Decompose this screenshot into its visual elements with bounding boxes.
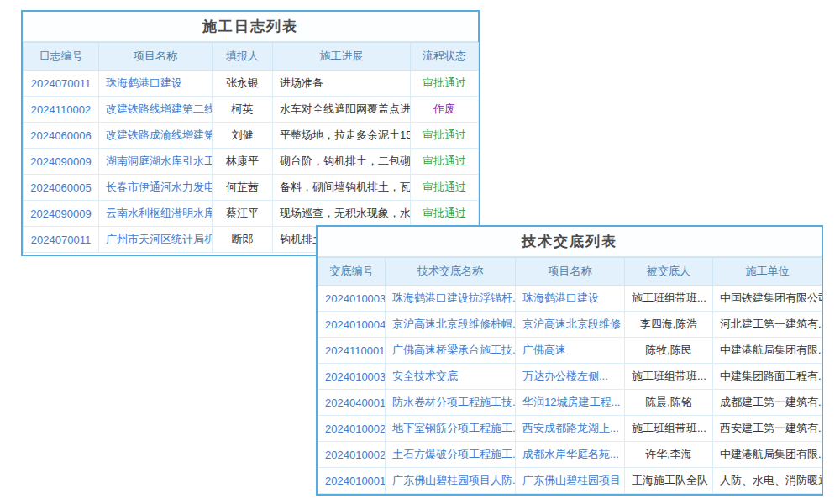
log-id-link[interactable]: 2024110002 (24, 97, 99, 123)
log-reporter-cell: 何芷茜 (213, 175, 273, 201)
log-col-status: 流程状态 (411, 43, 479, 71)
log-progress-cell: 进场准备 (273, 71, 411, 97)
log-progress-cell: 平整场地，拉走多余泥土15... (273, 123, 411, 149)
disclosure-project-link[interactable]: 华润12城房建工程... (516, 390, 625, 416)
log-status-badge: 审批通过 (411, 149, 479, 175)
log-progress-cell: 砌台阶，钩机排土，二包砌... (273, 149, 411, 175)
disclosure-person-cell: 陈牧,陈民 (625, 338, 713, 364)
log-status-badge: 审批通过 (411, 175, 479, 201)
construction-log-table: 日志编号 项目名称 填报人 施工进展 流程状态 2024070011珠海鹤港口建… (23, 42, 479, 253)
log-col-project: 项目名称 (99, 43, 213, 71)
log-table-row: 2024060005长春市伊通河水力发电厂...何芷茜备料，砌间墙钩机排土，瓦.… (24, 175, 479, 201)
disclosure-id-link[interactable]: 2024010002 (318, 442, 386, 468)
disclosure-col-unit: 施工单位 (713, 258, 822, 286)
disclosure-table-row: 2024040001防水卷材分项工程施工技...华润12城房建工程...陈晨,陈… (318, 390, 822, 416)
disclosure-name-link[interactable]: 安全技术交底 (386, 364, 516, 390)
log-id-link[interactable]: 2024060006 (24, 123, 99, 149)
log-id-link[interactable]: 2024090009 (24, 149, 99, 175)
disclosure-person-cell: 李四海,陈浩 (625, 312, 713, 338)
log-status-badge: 审批通过 (411, 201, 479, 227)
log-col-id: 日志编号 (24, 43, 99, 71)
construction-log-header-row: 日志编号 项目名称 填报人 施工进展 流程状态 (24, 43, 479, 71)
disclosure-table-row: 2024010002地下室钢筋分项工程施工...西安成都路龙湖上...施工班组带… (318, 416, 822, 442)
disclosure-name-link[interactable]: 京沪高速北京段维修桩帽... (386, 312, 516, 338)
disclosure-person-cell: 陈晨,陈铭 (625, 390, 713, 416)
log-id-link[interactable]: 2024070011 (24, 71, 99, 97)
log-table-row: 2024090009湖南洞庭湖水库引水工程...林康平砌台阶，钩机排土，二包砌.… (24, 149, 479, 175)
disclosure-col-person: 被交底人 (625, 258, 713, 286)
log-reporter-cell: 张永银 (213, 71, 273, 97)
construction-log-title: 施工日志列表 (23, 12, 478, 42)
disclosure-person-cell: 施工班组带班... (625, 364, 713, 390)
disclosure-name-link[interactable]: 地下室钢筋分项工程施工... (386, 416, 516, 442)
disclosure-person-cell: 施工班组带班... (625, 286, 713, 312)
technical-disclosure-panel: 技术交底列表 交底编号 技术交底名称 项目名称 被交底人 施工单位 202401… (316, 225, 823, 496)
log-project-link[interactable]: 改建铁路成渝线增建第二... (99, 123, 213, 149)
log-id-link[interactable]: 2024060005 (24, 175, 99, 201)
disclosure-project-link[interactable]: 西安成都路龙湖上... (516, 416, 625, 442)
construction-log-panel: 施工日志列表 日志编号 项目名称 填报人 施工进展 流程状态 202407001… (21, 10, 480, 256)
disclosure-project-link[interactable]: 万达办公楼左侧... (516, 364, 625, 390)
disclosure-table-row: 2024110001广佛高速桥梁承台施工技...广佛高速陈牧,陈民中建港航局集团… (318, 338, 822, 364)
log-reporter-cell: 刘健 (213, 123, 273, 149)
log-table-row: 2024110002改建铁路线增建第二线直...柯英水车对全线遮阳网覆盖点进..… (24, 97, 479, 123)
log-reporter-cell: 蔡江平 (213, 201, 273, 227)
log-reporter-cell: 林康平 (213, 149, 273, 175)
log-project-link[interactable]: 湖南洞庭湖水库引水工程... (99, 149, 213, 175)
disclosure-col-name: 技术交底名称 (386, 258, 516, 286)
log-reporter-cell: 柯英 (213, 97, 273, 123)
disclosure-name-link[interactable]: 广佛高速桥梁承台施工技... (386, 338, 516, 364)
disclosure-name-link[interactable]: 土石方爆破分项工程施工... (386, 442, 516, 468)
disclosure-unit-cell: 中建集团路面工程有... (713, 364, 822, 390)
disclosure-table-row: 2024010004京沪高速北京段维修桩帽...京沪高速北京段维修李四海,陈浩河… (318, 312, 822, 338)
log-status-badge: 审批通过 (411, 71, 479, 97)
disclosure-id-link[interactable]: 2024110001 (318, 338, 386, 364)
log-table-row: 2024070011珠海鹤港口建设张永银进场准备审批通过 (24, 71, 479, 97)
disclosure-unit-cell: 中国铁建集团有限公司 (713, 286, 822, 312)
disclosure-project-link[interactable]: 京沪高速北京段维修 (516, 312, 625, 338)
disclosure-unit-cell: 河北建工第一建筑有... (713, 312, 822, 338)
disclosure-id-link[interactable]: 2024040001 (318, 390, 386, 416)
log-project-link[interactable]: 广州市天河区统计局机房... (99, 227, 213, 253)
screen: { "colors": { "panel_border": "#56acdf",… (0, 0, 840, 504)
disclosure-project-link[interactable]: 成都水岸华庭名苑... (516, 442, 625, 468)
log-project-link[interactable]: 长春市伊通河水力发电厂... (99, 175, 213, 201)
disclosure-unit-cell: 中建港航局集团有限... (713, 338, 822, 364)
disclosure-table-row: 2024010003珠海鹤港口建设抗浮锚杆...珠海鹤港口建设施工班组带班...… (318, 286, 822, 312)
disclosure-id-link[interactable]: 2024010001 (318, 468, 386, 494)
technical-disclosure-title: 技术交底列表 (318, 227, 822, 257)
disclosure-id-link[interactable]: 2024010004 (318, 312, 386, 338)
log-progress-cell: 水车对全线遮阳网覆盖点进... (273, 97, 411, 123)
log-status-badge: 作废 (411, 97, 479, 123)
technical-disclosure-header-row: 交底编号 技术交底名称 项目名称 被交底人 施工单位 (318, 258, 822, 286)
disclosure-name-link[interactable]: 广东佛山碧桂园项目人防... (386, 468, 516, 494)
log-reporter-cell: 断郎 (213, 227, 273, 253)
disclosure-table-row: 2024010003安全技术交底万达办公楼左侧...施工班组带班...中建集团路… (318, 364, 822, 390)
disclosure-unit-cell: 成都建工第一建筑有... (713, 390, 822, 416)
disclosure-name-link[interactable]: 珠海鹤港口建设抗浮锚杆... (386, 286, 516, 312)
log-status-badge: 审批通过 (411, 123, 479, 149)
disclosure-project-link[interactable]: 广东佛山碧桂园项目 (516, 468, 625, 494)
disclosure-unit-cell: 西安建工第一建筑有... (713, 416, 822, 442)
disclosure-table-row: 2024010002土石方爆破分项工程施工...成都水岸华庭名苑...许华,李海… (318, 442, 822, 468)
disclosure-unit-cell: 人防、水电、消防暖通... (713, 468, 822, 494)
disclosure-id-link[interactable]: 2024010002 (318, 416, 386, 442)
log-progress-cell: 备料，砌间墙钩机排土，瓦... (273, 175, 411, 201)
log-id-link[interactable]: 2024070011 (24, 227, 99, 253)
disclosure-col-id: 交底编号 (318, 258, 386, 286)
log-project-link[interactable]: 云南水利枢纽潜明水库一... (99, 201, 213, 227)
disclosure-id-link[interactable]: 2024010003 (318, 364, 386, 390)
disclosure-col-project: 项目名称 (516, 258, 625, 286)
log-id-link[interactable]: 2024090009 (24, 201, 99, 227)
disclosure-project-link[interactable]: 广佛高速 (516, 338, 625, 364)
disclosure-project-link[interactable]: 珠海鹤港口建设 (516, 286, 625, 312)
disclosure-table-row: 2024010001广东佛山碧桂园项目人防...广东佛山碧桂园项目王海施工队全队… (318, 468, 822, 494)
log-col-progress: 施工进展 (273, 43, 411, 71)
log-table-row: 2024090009云南水利枢纽潜明水库一...蔡江平现场巡查，无积水现象，水.… (24, 201, 479, 227)
disclosure-person-cell: 王海施工队全队 (625, 468, 713, 494)
disclosure-id-link[interactable]: 2024010003 (318, 286, 386, 312)
disclosure-name-link[interactable]: 防水卷材分项工程施工技... (386, 390, 516, 416)
log-project-link[interactable]: 改建铁路线增建第二线直... (99, 97, 213, 123)
log-project-link[interactable]: 珠海鹤港口建设 (99, 71, 213, 97)
disclosure-person-cell: 许华,李海 (625, 442, 713, 468)
